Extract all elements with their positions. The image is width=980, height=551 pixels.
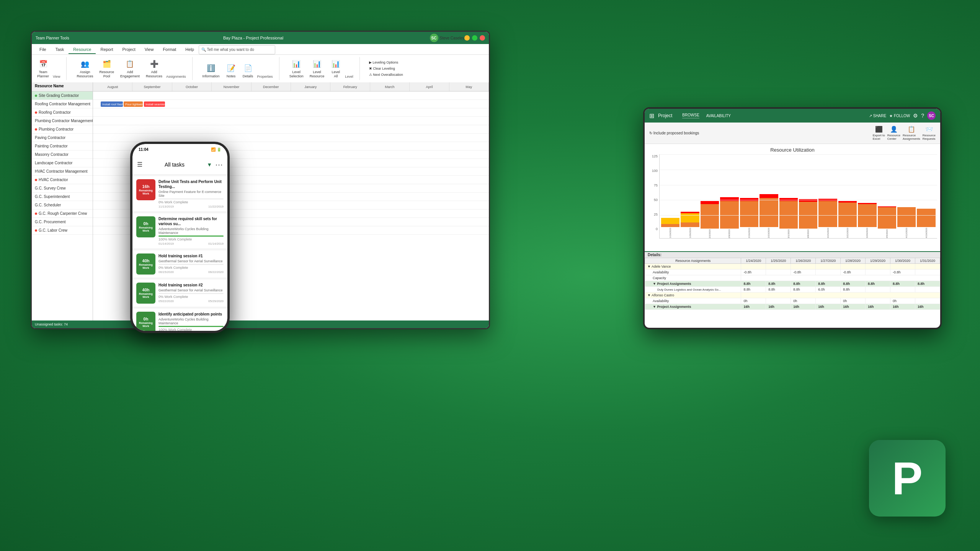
resource-pool-button[interactable]: 🗂️ ResourcePool xyxy=(97,57,116,80)
export-to-excel[interactable]: ⬛ Export toExcel xyxy=(873,126,885,141)
maximize-button[interactable] xyxy=(472,35,477,41)
add-resources-button[interactable]: ➕ AddResources xyxy=(144,57,165,80)
chart-with-axis: 125 100 75 50 25 0 xyxy=(648,154,937,239)
resource-roofing[interactable]: Roofing Contractor xyxy=(32,108,93,117)
resource-requests-icon: 📨 xyxy=(925,126,933,133)
team-planner-button[interactable]: 📅 TeamPlanner xyxy=(35,57,51,80)
tab-task[interactable]: Task xyxy=(51,46,69,54)
close-button[interactable] xyxy=(480,35,485,41)
bar-seg-orange-1 xyxy=(661,224,679,227)
tab-file[interactable]: File xyxy=(35,46,51,54)
resource-site-grading[interactable]: Site Grading Contractor xyxy=(32,92,93,100)
add-resources-label: AddResources xyxy=(146,70,162,78)
cell-proj-v3: 8.8h xyxy=(791,281,816,287)
hamburger-menu[interactable]: ☰ xyxy=(137,161,142,168)
add-engagement-button[interactable]: 📋 AddEngagement xyxy=(118,57,142,80)
resource-masonry[interactable]: Masonry Contractor xyxy=(32,150,93,159)
resource-gc-super[interactable]: G.C. Superintendent xyxy=(32,193,93,201)
cell-task-v3: 8.8h xyxy=(791,287,816,293)
tab-view[interactable]: View xyxy=(140,46,158,54)
bar-group-11: 3/29/2020 xyxy=(858,162,876,238)
bar-group-9: 3/15/2020 xyxy=(818,162,837,238)
details-scroll[interactable]: Resource Assignments 1/24/2020 1/25/2020… xyxy=(645,258,940,326)
resource-hvac-mgmt[interactable]: HVAC Contractor Management xyxy=(32,167,93,176)
nav-availability[interactable]: AVAILABILITY xyxy=(706,114,731,118)
more-options-icon[interactable]: ⋯ xyxy=(215,160,223,169)
tab-help[interactable]: Help xyxy=(181,46,199,54)
resource-hvac[interactable]: HVAC Contractor xyxy=(32,176,93,184)
assign-resources-button[interactable]: 👥 AssignResources xyxy=(74,57,95,80)
phone-status-bar: 11:04 📶 🔋 xyxy=(132,144,227,155)
level-selection-button[interactable]: 📊 LevelSelection xyxy=(287,57,306,80)
resource-gc-sched[interactable]: G.C. Scheduler xyxy=(32,201,93,209)
logo-box: P xyxy=(869,440,946,517)
gantt-bar-pour[interactable]: Pour lightwei xyxy=(124,101,143,107)
tab-project[interactable]: Project xyxy=(118,46,140,54)
resource-plumbing[interactable]: Plumbing Contractor xyxy=(32,125,93,134)
task-end-2: 01/14/2019 xyxy=(208,242,224,245)
task-start-1: 11/13/2019 xyxy=(158,205,174,208)
filter-icon[interactable]: ▼ xyxy=(207,162,212,168)
resource-dot-labor xyxy=(35,229,37,232)
bar-stack-1 xyxy=(661,218,679,227)
cell-avail2-v8 xyxy=(915,298,940,304)
resource-painting[interactable]: Painting Contractor xyxy=(32,142,93,150)
phone-task-list[interactable]: 16h RemainingWork Define Unit Tests and … xyxy=(132,175,227,331)
settings-icon[interactable]: ⚙ xyxy=(913,113,918,119)
toolbar-right: ⬛ Export toExcel 👤 ResourceCenter 📋 Reso… xyxy=(873,126,936,141)
resource-requests[interactable]: 📨 ResourceRequests xyxy=(923,126,936,141)
level-resource-label: LevelResource xyxy=(310,70,325,78)
task-title-3: Hold training session #1 xyxy=(158,253,224,258)
resource-gc-proc[interactable]: G.C. Procurement xyxy=(32,218,93,226)
seg-r7 xyxy=(779,198,798,201)
resource-dot-plumbing xyxy=(35,128,37,131)
help-icon[interactable]: ? xyxy=(921,113,924,119)
clear-leveling-button[interactable]: ✖ Clear Leveling xyxy=(368,66,405,71)
resource-gc-survey[interactable]: G.C. Survey Crew xyxy=(32,184,93,193)
gantt-row-2: Install roof flashing al Pour lightwei I… xyxy=(93,100,489,108)
resource-paving[interactable]: Paving Contractor xyxy=(32,134,93,142)
gantt-bar-install-roof[interactable]: Install roof flashing al xyxy=(101,101,123,107)
cell-adele-v7 xyxy=(890,264,915,270)
next-overallocation-button[interactable]: ⚠ Next Overallocation xyxy=(368,72,405,77)
phone-status-icons: 📶 🔋 xyxy=(211,147,221,152)
bar-seg-orange-3 xyxy=(701,204,719,229)
details-button[interactable]: 📄 Details xyxy=(240,61,256,80)
resource-plumbing-mgmt[interactable]: Plumbing Contractor Management xyxy=(32,117,93,125)
resource-dot-carp xyxy=(35,213,37,215)
level-all-button[interactable]: 📊 LevelAll xyxy=(328,57,343,80)
tab-resource[interactable]: Resource xyxy=(69,46,96,54)
nav-browse[interactable]: BROWSE xyxy=(682,113,699,118)
level-resource-button[interactable]: 📊 LevelResource xyxy=(307,57,327,80)
share-button[interactable]: ↗ SHARE xyxy=(869,114,886,118)
resource-gc-carp[interactable]: G.C. Rough Carpenter Crew xyxy=(32,209,93,218)
tab-report[interactable]: Report xyxy=(96,46,118,54)
task-subtitle-4: Geothermal Sensor for Aerial Surveillanc… xyxy=(158,288,224,292)
refresh-button[interactable]: ↻ Include proposed bookings xyxy=(649,131,699,135)
resource-gc-labor[interactable]: G.C. Labor Crew xyxy=(32,226,93,235)
task-title-1: Define Unit Tests and Perform Unit Testi… xyxy=(158,179,224,189)
details-row-adele: ▼ Adele Vance xyxy=(645,264,940,270)
notes-button[interactable]: 📝 Notes xyxy=(224,61,239,80)
information-button[interactable]: ℹ️ Information xyxy=(200,61,222,80)
gantt-bar-install-seamless[interactable]: Install seamless xyxy=(144,101,165,107)
follow-button[interactable]: ★ FOLLOW xyxy=(889,114,910,118)
task-badge-1: 16h RemainingWork xyxy=(136,179,155,200)
task-dates-3: 06/15/2020 06/22/2020 xyxy=(158,270,224,274)
resource-assignments[interactable]: 📋 ResourceAssignments xyxy=(903,126,920,141)
seg-r5 xyxy=(740,198,758,201)
resource-landscape[interactable]: Landscape Contractor xyxy=(32,159,93,167)
minimize-button[interactable] xyxy=(464,35,470,41)
details-row-avail2: Availability 0h 0h 0h 0h xyxy=(645,298,940,304)
bar-group-14: 4/19/2020 xyxy=(917,162,935,238)
logo-letter: P xyxy=(892,455,923,501)
search-bar[interactable]: 🔍 Tell me what you want to do xyxy=(199,45,275,54)
resource-center[interactable]: 👤 ResourceCenter xyxy=(887,126,900,141)
phone-task-3: 40h RemainingWork Hold training session … xyxy=(132,250,227,278)
resource-roofing-mgmt[interactable]: Roofing Contractor Management xyxy=(32,100,93,108)
bar-stack-6 xyxy=(760,194,778,227)
window-controls[interactable] xyxy=(464,35,485,41)
tab-format[interactable]: Format xyxy=(158,46,181,54)
phone-header: ☰ All tasks ▼ ⋯ xyxy=(132,155,227,175)
leveling-options-button[interactable]: ▶ Leveling Options xyxy=(368,60,405,65)
